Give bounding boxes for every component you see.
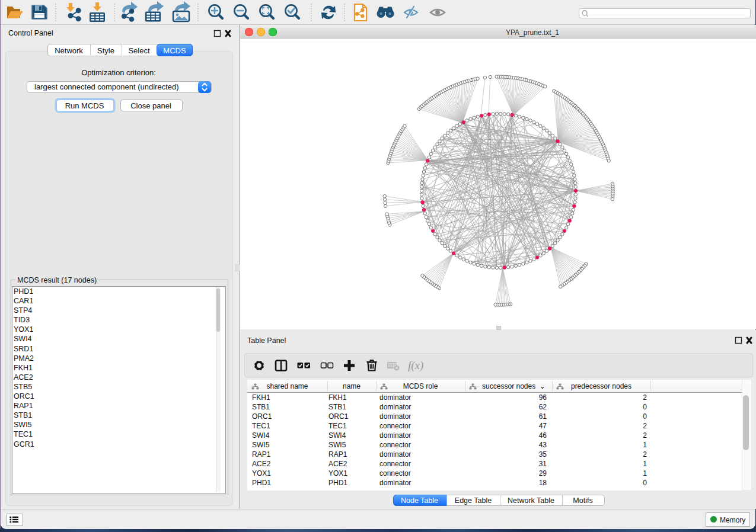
svg-text:f(x): f(x) (408, 359, 423, 372)
